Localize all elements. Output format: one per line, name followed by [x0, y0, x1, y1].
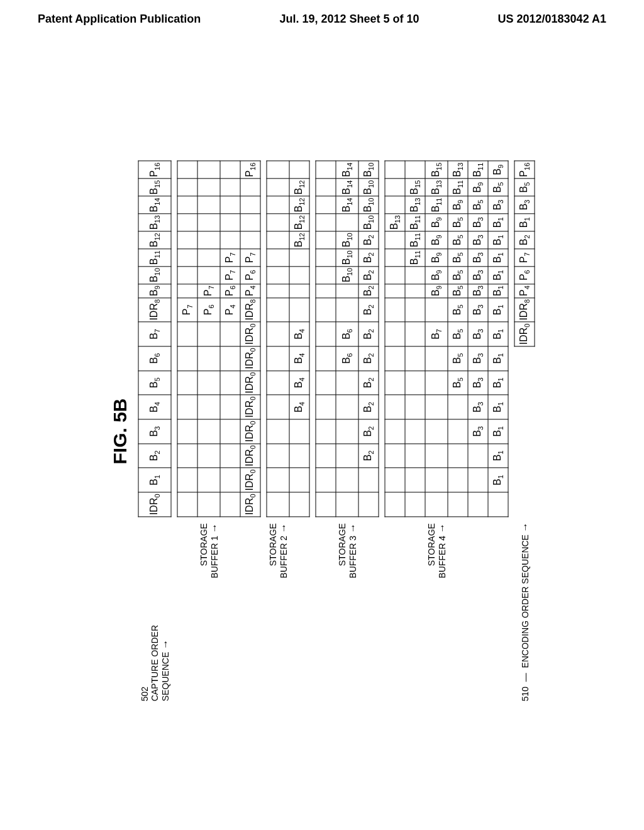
- buffer-cell: B11: [448, 179, 468, 196]
- buffer-cell: [385, 346, 405, 371]
- buffer-cell: [267, 444, 289, 468]
- buffer-cell: B1: [488, 346, 508, 371]
- buffer-cell: [267, 492, 289, 517]
- buffer-label: [220, 517, 240, 702]
- buffer-cell: B10: [336, 231, 358, 249]
- capture-col-7: B7: [138, 322, 171, 346]
- buffer-cell: B10: [336, 249, 358, 267]
- buffer-cell: [240, 179, 260, 196]
- buffer-cell: [267, 284, 289, 298]
- buffer-cell: B3: [468, 396, 488, 420]
- buffer-label: [177, 517, 197, 702]
- table-row: [316, 162, 336, 702]
- capture-order-row: 502 CAPTURE ORDER SEQUENCE IDR0B1B2B3B4B…: [138, 162, 171, 702]
- buffer-cell: [385, 492, 405, 517]
- buffer-cell: [385, 196, 405, 214]
- buffer-cell: P7: [177, 298, 197, 323]
- buffer-cell: P4: [220, 298, 240, 323]
- buffer-cell: B12: [289, 179, 309, 196]
- buffer-cell: B2: [358, 231, 379, 249]
- buffer-cell: B7: [425, 322, 448, 346]
- buffer-cell: B10: [358, 196, 379, 214]
- buffer-cell: [336, 298, 358, 323]
- buffer-cell: [197, 444, 220, 468]
- encoding-order-row: 510 — ENCODING ORDER SEQUENCE IDR0IDR8P4…: [514, 162, 535, 702]
- buffer-cell: [448, 444, 468, 468]
- buffer-cell: [425, 492, 448, 517]
- buffer-label: [316, 517, 336, 702]
- capture-col-9: B9: [138, 284, 171, 298]
- buffer-cell: B3: [468, 267, 488, 284]
- buffer-cell: [316, 231, 336, 249]
- buffer-cell: [220, 214, 240, 231]
- buffer-cell: [197, 419, 220, 444]
- buffer-cell: [385, 162, 405, 179]
- buffer-cell: B1: [488, 249, 508, 267]
- buffer-cell: [405, 346, 425, 371]
- buffer-cell: [267, 396, 289, 420]
- encoding-cell: B3: [514, 196, 535, 214]
- table-row: B11B11B11B13B15: [405, 162, 425, 702]
- buffer-cell: B5: [448, 371, 468, 396]
- buffer-cell: B11: [405, 214, 425, 231]
- buffer-cell: [405, 322, 425, 346]
- buffer-cell: B14: [336, 162, 358, 179]
- buffer-cell: [289, 468, 309, 493]
- table-row: B13: [385, 162, 405, 702]
- empty-cell: [514, 371, 535, 396]
- buffer-cell: B9: [425, 284, 448, 298]
- header-left: Patent Application Publication: [38, 13, 201, 26]
- storage-buffer-4: B13B11B11B11B13B15STORAGEBUFFER 4 →B7B9B…: [385, 162, 508, 702]
- buffer-cell: [289, 492, 309, 517]
- capture-col-16: P16: [138, 162, 171, 179]
- buffer-cell: [197, 196, 220, 214]
- buffer-cell: [267, 468, 289, 493]
- buffer-cell: [220, 396, 240, 420]
- buffer-cell: [385, 419, 405, 444]
- buffer-cell: [405, 492, 425, 517]
- buffer-cell: [267, 298, 289, 323]
- buffer-cell: B5: [448, 346, 468, 371]
- buffer-cell: B5: [448, 284, 468, 298]
- buffer-cell: B2: [358, 322, 379, 346]
- table-row: B1B1B1B1B1B1B1B1B1B1B1B1B1B3B5B9: [488, 162, 508, 702]
- buffer-cell: B11: [405, 249, 425, 267]
- buffer-cell: B15: [405, 179, 425, 196]
- table-row: STORAGEBUFFER 4 →B7B9B9B9B9B9B11B13B15: [425, 162, 448, 702]
- buffer-cell: [385, 396, 405, 420]
- buffer-cell: IDR0: [240, 419, 260, 444]
- buffer-cell: B1: [488, 267, 508, 284]
- buffer-cell: B3: [468, 231, 488, 249]
- buffer-cell: [468, 492, 488, 517]
- figure-rotated-container: FIG. 5B 502 CAPTURE ORDER SEQUENCE IDR0B…: [109, 161, 535, 702]
- encoding-label: ENCODING ORDER SEQUENCE: [519, 523, 530, 668]
- buffer-cell: B3: [488, 196, 508, 214]
- storage-buffer-2: STORAGEBUFFER 2 →B4B4B4B4B12B12B12B12: [267, 162, 309, 702]
- buffer-cell: [425, 396, 448, 420]
- buffer-cell: [425, 346, 448, 371]
- buffer-cell: B2: [358, 419, 379, 444]
- buffer-cell: B15: [425, 162, 448, 179]
- buffer-cell: P6: [197, 298, 220, 323]
- buffer-cell: [177, 179, 197, 196]
- buffer-cell: B3: [468, 284, 488, 298]
- storage-buffer-3: STORAGEBUFFER 3 →B6B6B10B10B10B14B14B14B…: [316, 162, 379, 702]
- buffer-cell: [316, 322, 336, 346]
- buffer-cell: B3: [468, 249, 488, 267]
- capture-col-14: B14: [138, 196, 171, 214]
- buffer-cell: [316, 396, 336, 420]
- buffer-cell: B6: [336, 322, 358, 346]
- buffer-cell: [316, 444, 336, 468]
- buffer-cell: [289, 284, 309, 298]
- buffer-cell: P6: [220, 284, 240, 298]
- buffer-cell: [220, 196, 240, 214]
- encoding-cell: P7: [514, 249, 535, 267]
- buffer-cell: [267, 162, 289, 179]
- storage-buffer-1: P7STORAGEBUFFER 1 →P6P7P4P6P7P7IDR0IDR0I…: [177, 162, 260, 702]
- buffer-cell: IDR0: [240, 468, 260, 493]
- buffer-cell: [289, 419, 309, 444]
- table-row: STORAGEBUFFER 2 →: [267, 162, 289, 702]
- buffer-cell: [177, 444, 197, 468]
- buffer-cell: [289, 249, 309, 267]
- buffer-cell: P16: [240, 162, 260, 179]
